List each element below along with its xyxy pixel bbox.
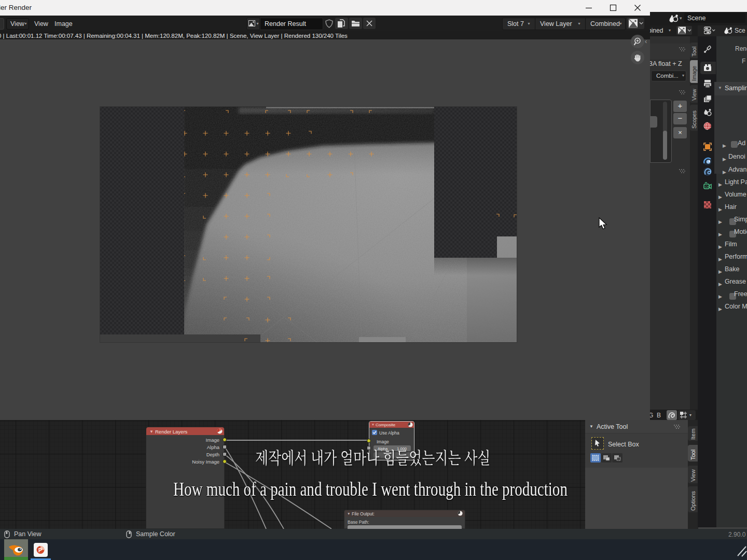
svg-text:P: P [38,548,42,553]
svg-text:CH: CH [705,185,710,188]
